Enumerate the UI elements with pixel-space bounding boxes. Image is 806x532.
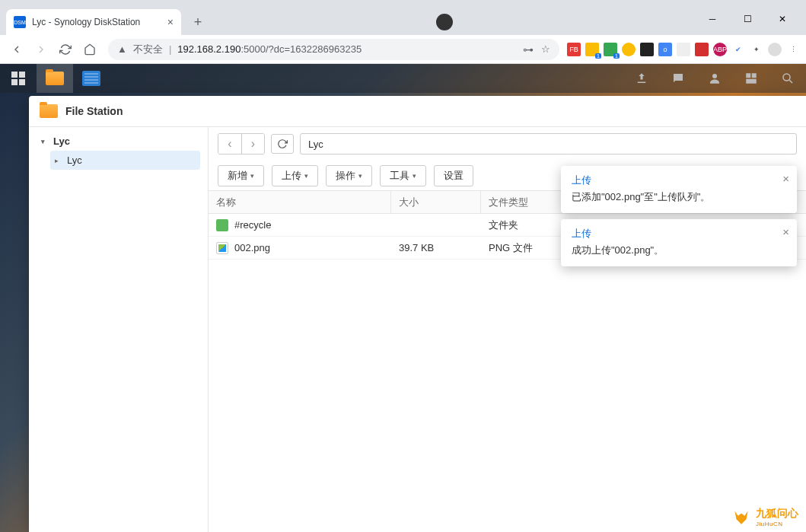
ext-icon[interactable]: ABP — [713, 43, 727, 56]
toolbar-upload-button[interactable]: 上传▾ — [272, 165, 318, 186]
nav-history-group: ‹ › — [218, 133, 265, 155]
addr-divider: | — [169, 43, 171, 55]
dsm-main-menu-button[interactable] — [0, 64, 37, 93]
ext-icon[interactable]: 1 — [604, 43, 617, 56]
address-bar[interactable]: ▲ 不安全 | 192.168.2.190:5000/?dc=163228696… — [108, 39, 559, 60]
folder-icon — [40, 104, 58, 118]
extension-bar: FB 1 1 o ABP ✔ ✦ ⋮ — [567, 43, 800, 56]
path-input[interactable]: Lyc — [300, 133, 797, 155]
notification-close-icon[interactable]: × — [782, 172, 789, 185]
filestation-sidebar: ▾ Lyc ▸ Lyc — [29, 127, 209, 532]
watermark-cn: 九狐问心 — [756, 507, 798, 521]
ext-icon[interactable]: o — [658, 43, 672, 56]
notification-close-icon[interactable]: × — [782, 225, 789, 238]
chevron-down-icon: ▾ — [41, 138, 49, 145]
svg-point-0 — [712, 74, 717, 78]
path-bar: ‹ › Lyc — [209, 127, 806, 161]
tab-title: Lyc - Synology DiskStation — [32, 17, 161, 27]
dsm-widgets-icon[interactable] — [733, 64, 769, 93]
url-text: 192.168.2.190:5000/?dc=1632286963235 — [177, 43, 362, 55]
col-header-size[interactable]: 大小 — [391, 191, 481, 213]
extensions-puzzle-icon[interactable]: ✦ — [750, 43, 763, 56]
browser-tab[interactable]: DSM Lyc - Synology DiskStation × — [6, 9, 181, 35]
svg-point-4 — [783, 74, 790, 81]
notification-title: 上传 — [572, 227, 786, 241]
tree-child-label: Lyc — [67, 155, 82, 166]
security-warning-icon: ▲ — [117, 43, 127, 55]
nav-back-button[interactable] — [6, 39, 27, 60]
nav-forward-button[interactable] — [30, 39, 52, 60]
path-forward-button[interactable]: › — [241, 134, 264, 154]
browser-toolbar: ▲ 不安全 | 192.168.2.190:5000/?dc=163228696… — [0, 35, 806, 64]
tree-child-item[interactable]: ▸ Lyc — [50, 151, 200, 170]
col-header-name[interactable]: 名称 — [209, 191, 391, 213]
file-name: 002.png — [234, 242, 270, 253]
svg-rect-1 — [746, 73, 750, 78]
dsm-control-panel-button[interactable] — [73, 64, 110, 93]
dsm-search-icon[interactable] — [769, 64, 806, 93]
ext-icon[interactable]: 1 — [585, 43, 599, 56]
toolbar-tool-button[interactable]: 工具▾ — [380, 165, 426, 186]
ext-icon[interactable]: ✔ — [731, 43, 745, 56]
tab-close-icon[interactable]: × — [167, 16, 174, 28]
toolbar-action-button[interactable]: 操作▾ — [326, 165, 372, 186]
toolbar-new-button[interactable]: 新增▾ — [218, 165, 264, 186]
profile-avatar-icon[interactable] — [768, 43, 782, 56]
filestation-window: File Station ▾ Lyc ▸ Lyc ‹ › — [29, 96, 806, 532]
ext-icon[interactable] — [695, 43, 709, 56]
browser-titlebar: DSM Lyc - Synology DiskStation × + ─ ☐ ✕ — [0, 0, 806, 35]
window-minimize-button[interactable]: ─ — [695, 8, 730, 30]
star-icon[interactable]: ☆ — [541, 43, 550, 55]
dsm-chat-icon[interactable] — [660, 64, 696, 93]
ext-icon[interactable] — [640, 43, 654, 56]
tree-root-label: Lyc — [53, 135, 70, 147]
notification-body: 成功上传"002.png"。 — [572, 244, 786, 257]
window-close-button[interactable]: ✕ — [765, 8, 800, 30]
ext-icon[interactable] — [677, 43, 690, 56]
tree-root-item[interactable]: ▾ Lyc — [37, 132, 200, 151]
dsm-desktop: File Station ▾ Lyc ▸ Lyc ‹ › — [0, 64, 806, 532]
chevron-right-icon: ▸ — [55, 157, 62, 164]
dsm-upload-icon[interactable] — [623, 64, 660, 93]
svg-rect-3 — [746, 79, 757, 84]
browser-menu-icon[interactable]: ⋮ — [786, 43, 800, 56]
nav-home-button[interactable] — [79, 39, 100, 60]
svg-rect-2 — [752, 73, 757, 78]
filestation-header[interactable]: File Station — [29, 96, 806, 126]
watermark-en: JiuHuCN — [756, 521, 798, 527]
window-maximize-button[interactable]: ☐ — [730, 8, 765, 30]
favicon-icon: DSM — [14, 16, 26, 28]
dsm-filestation-button[interactable] — [37, 64, 73, 93]
file-type-icon — [216, 219, 228, 231]
file-name: #recycle — [234, 219, 271, 231]
new-tab-button[interactable]: + — [187, 11, 209, 33]
dsm-user-icon[interactable] — [696, 64, 733, 93]
path-back-button[interactable]: ‹ — [218, 134, 241, 154]
fox-icon — [731, 508, 751, 527]
notification-title: 上传 — [572, 174, 786, 187]
dsm-topbar — [0, 64, 806, 93]
file-type-icon — [216, 242, 228, 254]
watermark: 九狐问心 JiuHuCN — [731, 507, 798, 527]
path-refresh-button[interactable] — [271, 134, 294, 154]
security-label: 不安全 — [133, 43, 163, 56]
key-icon[interactable]: ⊶ — [523, 43, 534, 56]
notification-toast: 上传 已添加"002.png"至"上传队列"。 × — [561, 166, 797, 213]
notification-body: 已添加"002.png"至"上传队列"。 — [572, 190, 786, 204]
ext-icon[interactable]: FB — [567, 43, 581, 56]
filestation-title: File Station — [65, 105, 123, 117]
window-controls: ─ ☐ ✕ — [695, 8, 800, 30]
toolbar-settings-button[interactable]: 设置 — [434, 165, 473, 186]
profile-badge-icon[interactable] — [436, 14, 453, 30]
nav-reload-button[interactable] — [55, 39, 76, 60]
notification-toast: 上传 成功上传"002.png"。 × — [561, 219, 797, 266]
ext-icon[interactable] — [622, 43, 636, 56]
file-size: 39.7 KB — [391, 242, 481, 253]
